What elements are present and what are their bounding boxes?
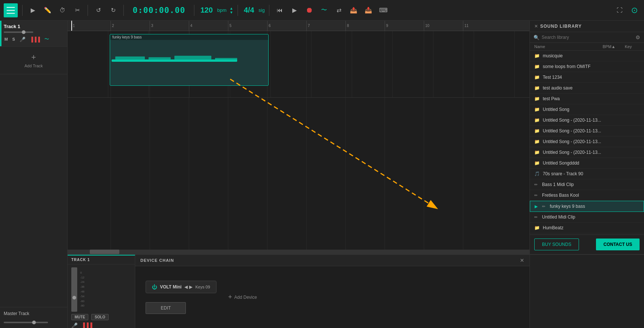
svg-rect-2 [149, 57, 171, 60]
track1-volume-slider[interactable] [4, 31, 33, 33]
device-power-icon[interactable]: ⏻ [152, 284, 157, 290]
sound-library-bottom [529, 255, 644, 328]
track1-mute-lg-button[interactable]: MUTE [71, 314, 88, 320]
midi-icon: ✏ [534, 215, 538, 220]
track1-meter-icon: ▐▐▐ [81, 322, 92, 328]
master-volume-slider[interactable] [4, 322, 48, 323]
lib-item-16[interactable]: 📁HumBeatz [530, 223, 644, 233]
folder-icon: 📁 [534, 225, 540, 230]
scissors-tool-button[interactable]: ✂ [71, 4, 83, 16]
lib-item-9[interactable]: 📁Untitled Song - (2020-11-13... [530, 147, 644, 158]
lib-item-2[interactable]: 📁Test 1234 [530, 72, 644, 83]
track1-solo-button[interactable]: S [11, 36, 16, 42]
track1-mic-button[interactable]: 🎤 [19, 36, 26, 43]
folder-icon: 📁 [534, 96, 540, 101]
add-device-button[interactable]: + Add Device [228, 293, 257, 301]
sig-display[interactable]: 4/4 [244, 6, 254, 14]
track1-mic-icon: 🎤 [71, 322, 78, 328]
lib-item-11[interactable]: 🎵70s snare - Track 90 [530, 169, 644, 179]
bpm-stepper[interactable]: ▲▼ [229, 6, 233, 14]
cursor-tool-button[interactable]: ▶ [27, 4, 39, 16]
pencil-tool-button[interactable]: ✏️ [42, 4, 54, 16]
col-bpm-header: BPM▲ [603, 44, 625, 49]
lib-item-name: Untitled Songdddd [543, 160, 640, 166]
track1-mute-button[interactable]: M [4, 36, 8, 42]
contact-us-button[interactable]: CONTACT US [596, 239, 640, 250]
redo-button[interactable]: ↻ [107, 4, 119, 16]
bottom-panels-row: TRACK 1 0-12-24-36-48-54-60-80 MUTE SOLO… [68, 254, 644, 328]
rewind-button[interactable]: ⏮ [274, 4, 286, 16]
bpm-display[interactable]: 120 [200, 6, 212, 14]
buy-sounds-button[interactable]: BUY SOUNDS [534, 239, 579, 250]
device-item[interactable]: ⏻ VOLT Mini ◀ ▶ Keys 09 [146, 281, 217, 293]
sound-library-panel: ✕ SOUND LIBRARY 🔍 ⚙ Name BPM▲ Key 📁music… [529, 21, 644, 254]
lib-item-7[interactable]: 📁Untitled Song - (2020-11-13... [530, 126, 644, 136]
sound-lib-close-icon[interactable]: ✕ [534, 24, 538, 29]
import-button[interactable]: 📥 [362, 4, 374, 16]
lib-item-8[interactable]: 📁Untitled Song - (2020-11-13... [530, 136, 644, 147]
undo-button[interactable]: ↺ [92, 4, 104, 16]
loop-button[interactable]: ⇄ [333, 4, 345, 16]
ruler-tick-9: 9 [385, 21, 388, 31]
lib-item-name: Untitled Song - (2020-11-13... [543, 150, 640, 155]
lib-item-name: Test 1234 [543, 75, 640, 80]
device-chain-close-button[interactable]: ✕ [520, 257, 524, 263]
lib-item-15[interactable]: ✏Untitled Midi Clip [530, 212, 644, 223]
device-preset-arrows[interactable]: ◀ ▶ [184, 284, 192, 290]
lib-item-4[interactable]: 📁test Pwa [530, 94, 644, 104]
lib-item-14[interactable]: ▶✏funky keys 9 bass [530, 201, 644, 212]
add-device-label: Add Device [234, 295, 257, 300]
lib-item-5[interactable]: 📁Untitled Song [530, 104, 644, 115]
lib-item-6[interactable]: 📁Untitled Song - (2020-11-13... [530, 115, 644, 126]
ruler-tick-2: 2 [110, 21, 114, 31]
lib-item-1[interactable]: 📁some loops from OMITF [530, 61, 644, 72]
scrollbar-thumb[interactable] [90, 250, 119, 254]
ruler-tick-7: 7 [306, 21, 310, 31]
search-input[interactable] [542, 35, 633, 40]
lib-item-0[interactable]: 📁musicquie [530, 51, 644, 61]
master-track-label: Master Track [4, 311, 64, 316]
play-button[interactable]: ▶ [289, 4, 300, 16]
svg-line-6 [230, 79, 437, 209]
lib-item-name: HumBeatz [543, 225, 640, 230]
toolbar-sep-6 [269, 5, 269, 16]
toolbar-sep-4 [194, 5, 194, 16]
filter-icon[interactable]: ⚙ [636, 34, 640, 40]
add-track-label: Add Track [24, 64, 43, 68]
track1-bottom-fader[interactable] [71, 267, 77, 312]
folder-icon: 📁 [534, 85, 540, 91]
play-icon[interactable]: ▶ [535, 204, 538, 209]
clock-tool-button[interactable]: ⏱ [57, 4, 68, 16]
sig-unit: sig [259, 7, 265, 13]
lib-item-name: 70s snare - Track 90 [543, 171, 640, 176]
settings-button[interactable]: ⌨ [377, 4, 389, 16]
track1-controls: M S 🎤 ▐▐▐ 〜 [4, 35, 64, 43]
track1-wave-button[interactable]: 〜 [44, 35, 50, 43]
fullscreen-button[interactable]: ⛶ [614, 4, 626, 16]
export-button[interactable]: 📤 [348, 4, 360, 16]
track1-solo-lg-button[interactable]: SOLO [91, 314, 108, 320]
menu-button[interactable] [4, 3, 18, 17]
lib-item-13[interactable]: ✏Fretless Bass Kool [530, 190, 644, 201]
edit-button[interactable]: EDIT [146, 302, 186, 314]
folder-icon: 📁 [534, 139, 540, 144]
add-track-button[interactable]: + Add Track [24, 53, 43, 68]
bl-mute-solo-row: MUTE SOLO [71, 314, 131, 320]
col-name-header: Name [534, 44, 603, 49]
funky-keys-clip[interactable]: funky keys 9 bass [110, 34, 269, 86]
account-button[interactable]: ⊙ [628, 4, 640, 16]
toolbar: ▶ ✏️ ⏱ ✂ ↺ ↻ 0:00:00.00 120 bpm ▲▼ 4/4 s… [0, 0, 644, 21]
db-scale: 0-12-24-36-48-54-60-80 [80, 271, 85, 308]
master-track-section: Master Track [0, 307, 67, 328]
record-button[interactable]: ⏺ [303, 4, 315, 16]
folder-icon: 📁 [534, 128, 540, 133]
lib-item-3[interactable]: 📁test audio save [530, 83, 644, 94]
ruler-tick-3: 3 [150, 21, 153, 31]
lib-item-10[interactable]: 📁Untitled Songdddd [530, 158, 644, 169]
timeline-h-scrollbar[interactable] [68, 250, 529, 254]
left-panel: Track 1 M S 🎤 ▐▐▐ 〜 + Add Track Master T… [0, 21, 68, 328]
track1-meter-button[interactable]: ▐▐▐ [29, 36, 41, 43]
folder-icon: 📁 [534, 118, 540, 123]
automation-button[interactable]: 〜 [318, 4, 330, 16]
lib-item-12[interactable]: ✏Bass 1 Midi Clip [530, 179, 644, 190]
